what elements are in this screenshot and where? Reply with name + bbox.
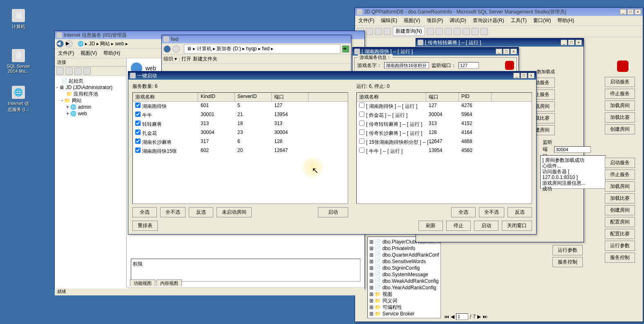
tree-node-server[interactable]: - 🖥 JD (JD\Administrator) bbox=[56, 84, 125, 91]
list-item[interactable]: 牛牛300012113954 bbox=[133, 111, 348, 120]
pager-last[interactable]: ⏭ bbox=[483, 314, 487, 320]
tree-node-startpage[interactable]: 📄 起始页 bbox=[56, 78, 125, 84]
desktop-icon-sqlserver[interactable]: 🛢 SQL Server 2014 Ma... bbox=[6, 49, 31, 74]
port-input[interactable] bbox=[458, 62, 479, 69]
go-button[interactable]: ➜ bbox=[342, 45, 349, 53]
menu-project[interactable]: 项目(P) bbox=[425, 17, 445, 25]
column-header[interactable]: KindID bbox=[198, 93, 235, 101]
desktop-icon-computer[interactable]: 🖥 计算机 bbox=[6, 9, 31, 30]
column-header[interactable]: 游戏名称 bbox=[357, 93, 426, 101]
row-checkbox[interactable] bbox=[359, 139, 364, 144]
not-started-rooms-button[interactable]: 未启动房间 bbox=[217, 207, 252, 217]
organize-button[interactable]: 组织 ▾ bbox=[163, 56, 177, 63]
close-button[interactable]: × bbox=[510, 49, 517, 54]
tree-node[interactable]: ⊞ 📁 存储 bbox=[369, 317, 439, 318]
minimize-button[interactable]: _ bbox=[513, 73, 520, 78]
menu-querydesigner[interactable]: 查询设计器(R) bbox=[471, 17, 506, 25]
tree-node-admin[interactable]: + 🌐 admin bbox=[56, 104, 125, 110]
list-item[interactable]: [ 15张湖南跑得快积分型 ] -- [ ...126474868 bbox=[357, 138, 532, 147]
toolbar-button[interactable] bbox=[56, 67, 64, 75]
row-checkbox[interactable] bbox=[359, 112, 364, 117]
row-checkbox[interactable] bbox=[359, 130, 364, 135]
row-checkbox[interactable] bbox=[359, 103, 364, 108]
new-query-button[interactable]: 新建查询(N) bbox=[393, 27, 425, 36]
service-control-button[interactable]: 服务控制 bbox=[605, 252, 635, 263]
maximize-button[interactable]: □ bbox=[568, 40, 575, 45]
list-item[interactable]: [ 牛牛 ] -- [ 运行 ]139544560 bbox=[357, 147, 532, 156]
run-params-button[interactable]: 运行参数 bbox=[605, 241, 635, 251]
select-all-button[interactable]: 全选 bbox=[451, 207, 476, 217]
toolbar-button[interactable] bbox=[481, 28, 488, 35]
rearrange-button[interactable]: 重排表 bbox=[132, 221, 158, 231]
menu-edit[interactable]: 编辑(E) bbox=[379, 17, 399, 25]
row-checkbox[interactable] bbox=[135, 147, 141, 153]
row-checkbox[interactable] bbox=[359, 147, 364, 153]
list-item[interactable]: 转转麻将31318313 bbox=[133, 120, 348, 129]
toolbar-button[interactable] bbox=[436, 28, 443, 35]
menu-file[interactable]: 文件(F) bbox=[56, 49, 76, 57]
invert-selection-button[interactable]: 反选 bbox=[189, 207, 213, 217]
tree-node[interactable]: ⊞ 📄 dbo.QuarterAddRankConf bbox=[369, 252, 439, 258]
port-input[interactable] bbox=[554, 146, 591, 153]
column-header[interactable]: 端口 bbox=[426, 93, 459, 101]
left-service-list[interactable]: 游戏名称KindIDServerID端口 湖南跑得快6015127牛牛30001… bbox=[132, 92, 348, 204]
iis-tree[interactable]: 📄 起始页 - 🖥 JD (JD\Administrator) 📁 应用程序池 … bbox=[55, 76, 126, 288]
pager-prev[interactable]: ◀ bbox=[451, 314, 454, 320]
close-button[interactable]: × bbox=[528, 73, 534, 78]
ssms-titlebar[interactable]: JD.QPPlatformDB - dbo.GameRoomInfo - Mic… bbox=[355, 8, 643, 16]
toolbar-button[interactable] bbox=[83, 67, 91, 75]
create-room-button[interactable]: 创建房间 bbox=[605, 205, 635, 215]
list-item[interactable]: [ 传奇长沙麻将 ] -- [ 运行 ]1284164 bbox=[357, 129, 532, 138]
svc2-titlebar[interactable]: [ 传奇转转麻将 ] -- [ 运行 ] _ □ × bbox=[416, 38, 584, 47]
load-match-button[interactable]: 加载比赛 bbox=[605, 193, 635, 203]
onekey-titlebar[interactable]: 一键启动 _ □ × bbox=[128, 72, 536, 80]
toolbar-button[interactable] bbox=[445, 28, 452, 35]
menu-file[interactable]: 文件(F) bbox=[357, 17, 376, 25]
tree-node-web[interactable]: + 🌐 web bbox=[56, 110, 125, 117]
maximize-button[interactable]: □ bbox=[503, 49, 510, 54]
select-none-button[interactable]: 全不选 bbox=[160, 207, 186, 217]
tree-node[interactable]: ⊞ 📁 可编程性 bbox=[369, 304, 439, 311]
toolbar-button[interactable] bbox=[384, 28, 391, 35]
back-button[interactable] bbox=[163, 45, 171, 53]
row-checkbox[interactable] bbox=[135, 121, 141, 126]
tree-node[interactable]: ⊞ 📄 dbo.WeakAddRankConfig bbox=[369, 278, 439, 284]
menu-window[interactable]: 窗口(W) bbox=[532, 17, 552, 25]
list-item[interactable]: 湖南长沙麻将3176128 bbox=[133, 138, 348, 147]
config-match-button[interactable]: 配置比赛 bbox=[605, 229, 635, 239]
pager-first[interactable]: ⏮ bbox=[444, 314, 449, 320]
pager-next[interactable]: ▶ bbox=[477, 314, 481, 320]
address-bar[interactable]: 🖥 ▸ 计算机 ▸ 新加卷 (D:) ▸ hyqp ▸ fwd ▸ bbox=[184, 44, 340, 54]
tree-node-sites[interactable]: - 📁 网站 bbox=[56, 97, 125, 104]
load-match-button[interactable]: 加载比赛 bbox=[605, 112, 635, 123]
refresh-button[interactable]: 刷新 bbox=[418, 221, 443, 231]
select-none-button[interactable]: 全不选 bbox=[479, 207, 504, 217]
config-room-button[interactable]: 配置房间 bbox=[605, 217, 635, 227]
tree-node[interactable]: ⊞ 📁 同义词 bbox=[369, 297, 439, 304]
right-service-list[interactable]: 游戏名称端口PID [ 湖南跑得快 ] -- [ 运行 ]1274276[ 炸金… bbox=[356, 92, 532, 204]
start-service-button[interactable]: 启动服务 bbox=[605, 158, 635, 168]
column-header[interactable]: ServerID bbox=[235, 93, 272, 101]
toolbar-button[interactable] bbox=[74, 67, 82, 75]
list-item[interactable]: [ 炸金花 ] -- [ 运行 ]300045964 bbox=[357, 111, 532, 120]
back-button[interactable]: ◀ bbox=[56, 40, 64, 47]
menu-help[interactable]: 帮助(H) bbox=[102, 49, 122, 57]
list-item[interactable]: 扎金花300042330004 bbox=[133, 129, 348, 138]
row-checkbox[interactable] bbox=[135, 103, 141, 108]
explorer-titlebar[interactable]: fwd bbox=[162, 35, 351, 43]
menu-help[interactable]: 帮助(H) bbox=[556, 17, 576, 25]
forward-button[interactable]: ▶ bbox=[65, 40, 73, 47]
game-name-input[interactable] bbox=[384, 62, 429, 69]
breadcrumb[interactable]: 🌐 ▸ JD ▸ 网站 ▸ web ▸ bbox=[78, 40, 128, 47]
minimize-button[interactable]: _ bbox=[496, 49, 502, 54]
toolbar-button[interactable] bbox=[366, 28, 373, 35]
menu-view[interactable]: 视图(V) bbox=[79, 49, 98, 57]
run-params-button[interactable]: 运行参数 bbox=[552, 245, 583, 255]
tree-node[interactable]: ⊞ 📁 Service Broker bbox=[369, 311, 439, 317]
load-room-button[interactable]: 加载房间 bbox=[605, 181, 635, 192]
column-header[interactable]: PID bbox=[459, 93, 492, 101]
list-item[interactable]: 湖南跑得快15张6022012647 bbox=[133, 147, 348, 156]
maximize-button[interactable]: □ bbox=[521, 73, 527, 78]
maximize-button[interactable]: □ bbox=[627, 9, 634, 15]
create-room-button[interactable]: 创建房间 bbox=[605, 124, 635, 134]
